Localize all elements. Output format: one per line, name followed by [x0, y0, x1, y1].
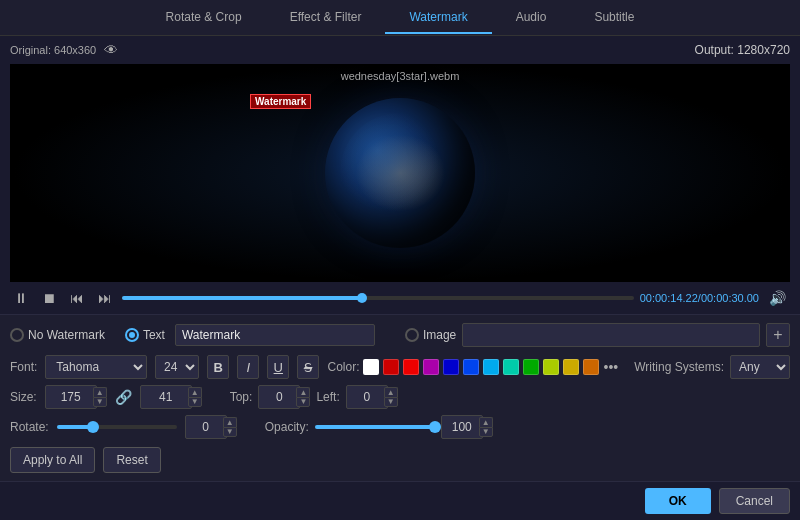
rotate-input[interactable] [185, 415, 227, 439]
size-width-spinner: ▲ ▼ [45, 385, 107, 409]
bottom-bar: OK Cancel [0, 481, 800, 519]
color-green[interactable] [523, 359, 539, 375]
controls-panel: No Watermark Text Image + Font: Tahoma 2… [0, 314, 800, 481]
size-width-up[interactable]: ▲ [93, 387, 107, 397]
reset-button[interactable]: Reset [103, 447, 160, 473]
top-up[interactable]: ▲ [296, 387, 310, 397]
progress-fill [122, 296, 362, 300]
size-height-input[interactable] [140, 385, 192, 409]
color-lime[interactable] [543, 359, 559, 375]
video-preview: wednesday[3star].webm Watermark [10, 64, 790, 282]
font-row: Font: Tahoma 24 B I U S̶ Color: ••• [10, 355, 790, 379]
font-size-select[interactable]: 24 [155, 355, 199, 379]
stop-button[interactable]: ⏹ [38, 288, 60, 308]
text-watermark-label: Text [143, 328, 165, 342]
progress-thumb [357, 293, 367, 303]
rotate-slider[interactable] [57, 425, 177, 429]
opacity-up[interactable]: ▲ [479, 417, 493, 427]
no-watermark-label: No Watermark [28, 328, 105, 342]
cancel-button[interactable]: Cancel [719, 488, 790, 514]
underline-button[interactable]: U [267, 355, 289, 379]
progress-bar[interactable] [122, 296, 634, 300]
size-height-up[interactable]: ▲ [188, 387, 202, 397]
output-size-label: Output: 1280x720 [695, 43, 790, 57]
color-yellow[interactable] [563, 359, 579, 375]
font-select[interactable]: Tahoma [45, 355, 147, 379]
rotate-label: Rotate: [10, 420, 49, 434]
left-up[interactable]: ▲ [384, 387, 398, 397]
more-colors-button[interactable]: ••• [603, 359, 618, 375]
action-row: Apply to All Reset [10, 447, 790, 473]
add-image-button[interactable]: + [766, 323, 790, 347]
rotate-value-spinner: ▲ ▼ [185, 415, 237, 439]
watermark-type-row: No Watermark Text Image + [10, 323, 790, 347]
color-red1[interactable] [383, 359, 399, 375]
rotate-row: Rotate: ▲ ▼ Opacity: ▲ ▼ [10, 415, 790, 439]
top-down[interactable]: ▼ [296, 397, 310, 407]
prev-frame-button[interactable]: ⏮ [66, 288, 88, 308]
italic-button[interactable]: I [237, 355, 259, 379]
pause-button[interactable]: ⏸ [10, 288, 32, 308]
tab-rotate-crop[interactable]: Rotate & Crop [142, 2, 266, 34]
color-label: Color: [327, 360, 359, 374]
opacity-value-spinner: ▲ ▼ [441, 415, 493, 439]
font-label: Font: [10, 360, 37, 374]
no-watermark-radio-circle [10, 328, 24, 342]
apply-to-all-button[interactable]: Apply to All [10, 447, 95, 473]
text-watermark-radio[interactable]: Text [125, 328, 165, 342]
writing-systems-select[interactable]: Any [730, 355, 790, 379]
color-orange[interactable] [583, 359, 599, 375]
size-height-spinner: ▲ ▼ [140, 385, 202, 409]
color-lightblue[interactable] [483, 359, 499, 375]
playback-bar: ⏸ ⏹ ⏮ ⏭ 00:00:14.22/00:00:30.00 🔊 [0, 282, 800, 314]
video-frame [10, 64, 790, 282]
size-height-down[interactable]: ▼ [188, 397, 202, 407]
rotate-up[interactable]: ▲ [223, 417, 237, 427]
preview-eye-icon[interactable]: 👁 [104, 42, 118, 58]
size-width-down[interactable]: ▼ [93, 397, 107, 407]
next-frame-button[interactable]: ⏭ [94, 288, 116, 308]
top-input[interactable] [258, 385, 300, 409]
text-watermark-radio-circle [125, 328, 139, 342]
image-watermark-radio[interactable]: Image [405, 328, 456, 342]
left-down[interactable]: ▼ [384, 397, 398, 407]
image-watermark-label: Image [423, 328, 456, 342]
watermark-text-input[interactable] [175, 324, 375, 346]
tab-subtitle[interactable]: Subtitle [570, 2, 658, 34]
earth-visual [325, 98, 475, 248]
opacity-label: Opacity: [265, 420, 309, 434]
left-input[interactable] [346, 385, 388, 409]
link-dimensions-icon[interactable]: 🔗 [115, 389, 132, 405]
opacity-down[interactable]: ▼ [479, 427, 493, 437]
ok-button[interactable]: OK [645, 488, 711, 514]
size-width-input[interactable] [45, 385, 97, 409]
tab-bar: Rotate & Crop Effect & Filter Watermark … [0, 0, 800, 36]
color-blue[interactable] [463, 359, 479, 375]
color-darkblue[interactable] [443, 359, 459, 375]
tab-effect-filter[interactable]: Effect & Filter [266, 2, 386, 34]
opacity-fill [315, 425, 435, 429]
tab-audio[interactable]: Audio [492, 2, 571, 34]
opacity-input[interactable] [441, 415, 483, 439]
strikethrough-button[interactable]: S̶ [297, 355, 319, 379]
opacity-thumb [429, 421, 441, 433]
info-bar: Original: 640x360 👁 Output: 1280x720 [0, 36, 800, 64]
writing-systems-label: Writing Systems: [634, 360, 724, 374]
color-teal[interactable] [503, 359, 519, 375]
original-size-label: Original: 640x360 [10, 44, 96, 56]
rotate-down[interactable]: ▼ [223, 427, 237, 437]
opacity-slider[interactable] [315, 425, 435, 429]
volume-button[interactable]: 🔊 [765, 288, 790, 308]
no-watermark-radio[interactable]: No Watermark [10, 328, 105, 342]
writing-systems-section: Writing Systems: Any [634, 355, 790, 379]
color-purple[interactable] [423, 359, 439, 375]
top-spinner: ▲ ▼ [258, 385, 310, 409]
opacity-section: Opacity: ▲ ▼ [265, 415, 373, 439]
color-red2[interactable] [403, 359, 419, 375]
color-white[interactable] [363, 359, 379, 375]
image-radio-circle [405, 328, 419, 342]
tab-watermark[interactable]: Watermark [385, 2, 491, 34]
bold-button[interactable]: B [207, 355, 229, 379]
image-path-input[interactable] [462, 323, 760, 347]
image-section: Image + [405, 323, 790, 347]
